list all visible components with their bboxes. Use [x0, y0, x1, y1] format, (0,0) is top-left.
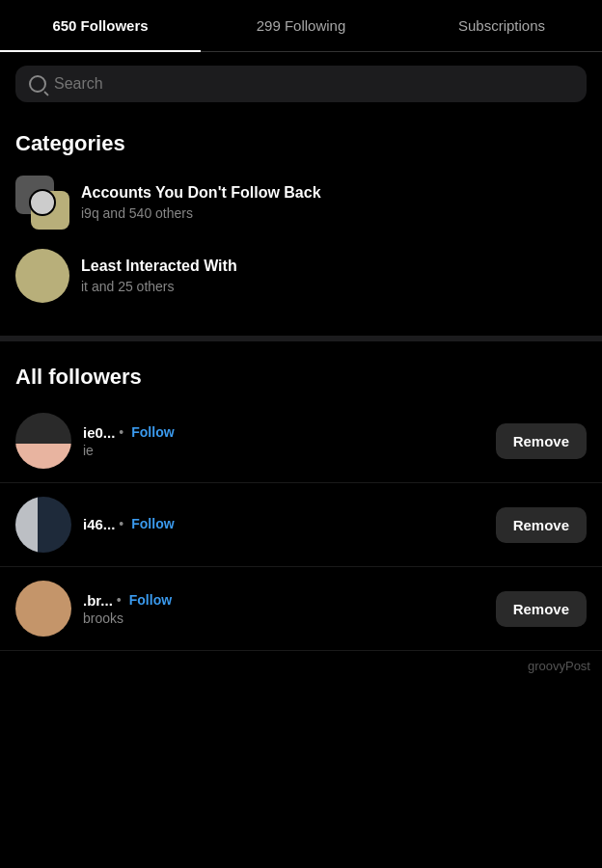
list-item: i46... • Follow Remove	[0, 483, 602, 567]
list-item: .br... • Follow brooks Remove	[0, 567, 602, 651]
avatar	[15, 413, 71, 469]
search-bar[interactable]	[15, 66, 587, 102]
tab-subscriptions[interactable]: Subscriptions	[401, 0, 602, 51]
section-divider	[0, 336, 602, 341]
category-info-1: Accounts You Don't Follow Back i9q and 5…	[81, 184, 587, 221]
list-item: ie0... • Follow ie Remove	[0, 399, 602, 483]
category-item-no-follow-back[interactable]: Accounts You Don't Follow Back i9q and 5…	[0, 166, 602, 239]
tabs-bar: 650 Followers 299 Following Subscription…	[0, 0, 602, 52]
category-icon-no-follow-back	[15, 176, 69, 230]
category-sub-1: i9q and 540 others	[81, 205, 587, 221]
search-icon	[29, 75, 46, 93]
remove-button-2[interactable]: Remove	[496, 507, 587, 543]
follower-username-3: .br...	[83, 592, 113, 609]
avatar	[15, 581, 71, 637]
follower-displayname-1: ie	[83, 443, 484, 458]
follow-button-3[interactable]: Follow	[129, 592, 172, 608]
category-icon-least-interacted	[15, 249, 69, 303]
dot-2: •	[119, 516, 123, 531]
dot-1: •	[119, 424, 123, 440]
follower-displayname-3: brooks	[83, 610, 484, 626]
category-item-least-interacted[interactable]: Least Interacted With it and 25 others	[0, 239, 602, 312]
username-row-2: i46... • Follow	[83, 516, 484, 532]
username-row-1: ie0... • Follow	[83, 424, 484, 441]
watermark: groovyPost	[0, 651, 602, 681]
category-name-1: Accounts You Don't Follow Back	[81, 184, 587, 202]
dot-3: •	[117, 592, 122, 608]
all-followers-title: All followers	[0, 349, 602, 399]
follower-username-2: i46...	[83, 516, 115, 532]
cat-mini-avatar-1	[29, 189, 56, 216]
tab-followers[interactable]: 650 Followers	[0, 0, 201, 51]
follow-button-1[interactable]: Follow	[131, 424, 174, 440]
category-name-2: Least Interacted With	[81, 258, 587, 275]
categories-title: Categories	[0, 116, 602, 166]
category-list: Accounts You Don't Follow Back i9q and 5…	[0, 166, 602, 328]
follower-username-1: ie0...	[83, 424, 115, 441]
remove-button-1[interactable]: Remove	[496, 423, 587, 459]
search-input[interactable]	[54, 75, 573, 93]
remove-button-3[interactable]: Remove	[496, 591, 587, 627]
follower-info-1: ie0... • Follow ie	[83, 424, 484, 458]
tab-following[interactable]: 299 Following	[201, 0, 401, 51]
username-row-3: .br... • Follow	[83, 592, 484, 609]
follower-info-2: i46... • Follow	[83, 516, 484, 534]
follow-button-2[interactable]: Follow	[131, 516, 174, 531]
category-sub-2: it and 25 others	[81, 279, 587, 294]
category-info-2: Least Interacted With it and 25 others	[81, 258, 587, 294]
avatar	[15, 497, 71, 553]
follower-info-3: .br... • Follow brooks	[83, 592, 484, 626]
